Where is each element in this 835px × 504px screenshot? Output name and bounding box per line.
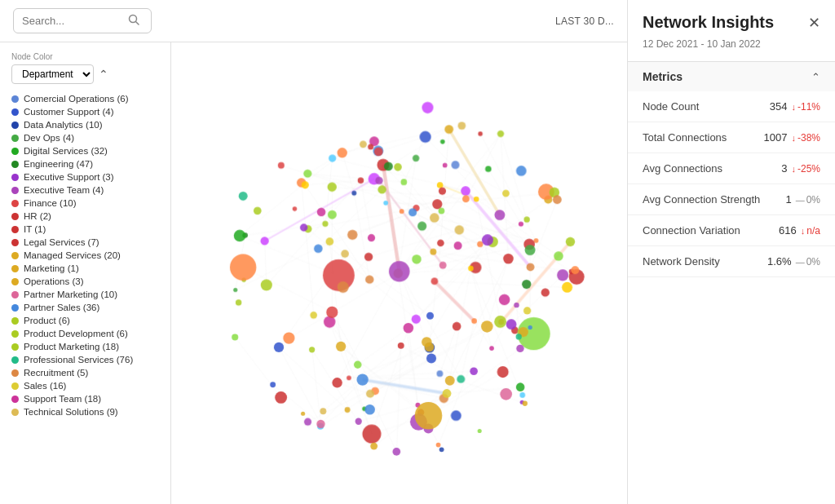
svg-point-211 (375, 177, 382, 184)
svg-point-256 (302, 181, 309, 188)
legend-item-label: Product Development (6) (24, 329, 128, 338)
svg-point-335 (445, 376, 455, 386)
svg-point-181 (261, 279, 272, 290)
svg-line-121 (312, 350, 321, 424)
svg-point-263 (425, 343, 434, 351)
svg-point-171 (474, 197, 479, 202)
metric-value: 1 (785, 193, 791, 206)
legend-item-label: Professional Services (76) (24, 355, 133, 365)
metrics-section: Metrics ⌃ Node Count 354 ↓ -11% Total Co… (628, 61, 835, 277)
legend-collapse-button[interactable]: ⌃ (99, 68, 108, 81)
svg-line-152 (379, 180, 433, 251)
svg-point-189 (347, 230, 357, 240)
svg-point-310 (478, 429, 482, 433)
svg-point-281 (528, 325, 532, 329)
svg-point-272 (500, 388, 512, 400)
svg-point-247 (471, 318, 477, 324)
svg-point-319 (418, 222, 426, 231)
svg-point-317 (314, 244, 323, 253)
svg-line-20 (409, 328, 418, 405)
svg-point-261 (400, 179, 407, 185)
svg-line-73 (396, 346, 400, 452)
content-area: Node Color Department ⌃ Comercial Operat… (0, 42, 627, 504)
svg-line-64 (273, 385, 321, 424)
svg-point-228 (557, 269, 568, 281)
svg-point-236 (378, 185, 386, 193)
svg-line-33 (416, 240, 488, 319)
svg-point-253 (419, 131, 431, 143)
svg-point-200 (503, 254, 514, 264)
search-icon (128, 14, 139, 28)
close-button[interactable]: ✕ (808, 15, 820, 30)
svg-point-217 (444, 125, 453, 134)
legend-item-label: Product (6) (24, 316, 70, 325)
legend-list: Comercial Operations (6) Customer Suppor… (11, 94, 159, 417)
svg-line-151 (341, 347, 428, 416)
legend-item-label: Managed Services (20) (24, 250, 121, 260)
svg-point-252 (506, 319, 517, 329)
svg-point-285 (328, 210, 337, 219)
metric-change: — 0% (796, 194, 820, 206)
svg-point-283 (516, 382, 525, 391)
legend-item-label: Operations (3) (24, 276, 84, 286)
svg-point-183 (519, 222, 524, 227)
legend-item: Managed Services (20) (11, 250, 159, 260)
svg-point-293 (553, 195, 562, 204)
svg-point-176 (440, 262, 447, 269)
legend-item-label: Marketing (1) (24, 263, 79, 273)
svg-point-322 (356, 374, 368, 385)
legend-item-label: Executive Support (3) (24, 172, 114, 182)
svg-point-235 (320, 408, 326, 414)
svg-point-206 (562, 282, 572, 293)
legend-item-label: Recruitment (5) (24, 368, 88, 378)
svg-point-241 (451, 161, 459, 169)
svg-line-31 (440, 326, 457, 374)
svg-point-254 (525, 245, 536, 255)
svg-line-159 (480, 134, 536, 241)
svg-point-328 (426, 353, 436, 363)
dash-icon: — (796, 257, 805, 267)
search-box[interactable] (13, 8, 152, 33)
svg-point-221 (439, 188, 446, 195)
legend-dot (11, 108, 19, 116)
legend-item-label: Engineering (47) (24, 159, 93, 169)
graph-area (171, 42, 627, 504)
svg-point-294 (233, 288, 237, 292)
svg-point-179 (430, 249, 436, 255)
metric-label: Avg Connection Strength (643, 193, 760, 206)
metrics-header: Metrics ⌃ (628, 62, 835, 91)
node-color-dropdown[interactable]: Department (11, 64, 94, 84)
svg-point-194 (437, 182, 444, 188)
svg-point-308 (440, 447, 444, 452)
legend-item: Support Team (18) (11, 394, 159, 404)
svg-line-140 (433, 252, 572, 272)
svg-line-135 (501, 134, 527, 219)
svg-point-233 (310, 312, 317, 319)
svg-point-234 (336, 342, 346, 351)
svg-point-298 (409, 208, 417, 216)
search-input[interactable] (22, 15, 128, 27)
legend-item-label: Support Team (18) (24, 394, 101, 404)
metrics-collapse-button[interactable]: ⌃ (811, 71, 820, 83)
legend-item: Executive Support (3) (11, 172, 159, 182)
legend-panel: Node Color Department ⌃ Comercial Operat… (0, 42, 171, 504)
svg-point-280 (355, 418, 361, 425)
svg-point-336 (523, 401, 528, 406)
svg-point-288 (415, 402, 443, 430)
svg-point-279 (516, 345, 524, 352)
svg-point-175 (431, 277, 438, 285)
legend-item: Legal Services (7) (11, 237, 159, 247)
metric-row: Avg Connection Strength 1 — 0% (628, 184, 835, 215)
metric-change-text: 0% (806, 256, 820, 267)
legend-dot (11, 356, 19, 364)
svg-point-307 (278, 162, 285, 169)
svg-point-265 (426, 312, 434, 320)
svg-point-215 (351, 191, 356, 196)
insights-header: Network Insights ✕ (628, 0, 835, 38)
down-arrow-icon: ↓ (791, 164, 796, 174)
metric-change: — 0% (796, 256, 820, 267)
metric-label: Node Count (643, 100, 699, 113)
svg-point-185 (413, 155, 419, 161)
svg-point-275 (422, 102, 433, 113)
svg-point-203 (304, 418, 311, 426)
